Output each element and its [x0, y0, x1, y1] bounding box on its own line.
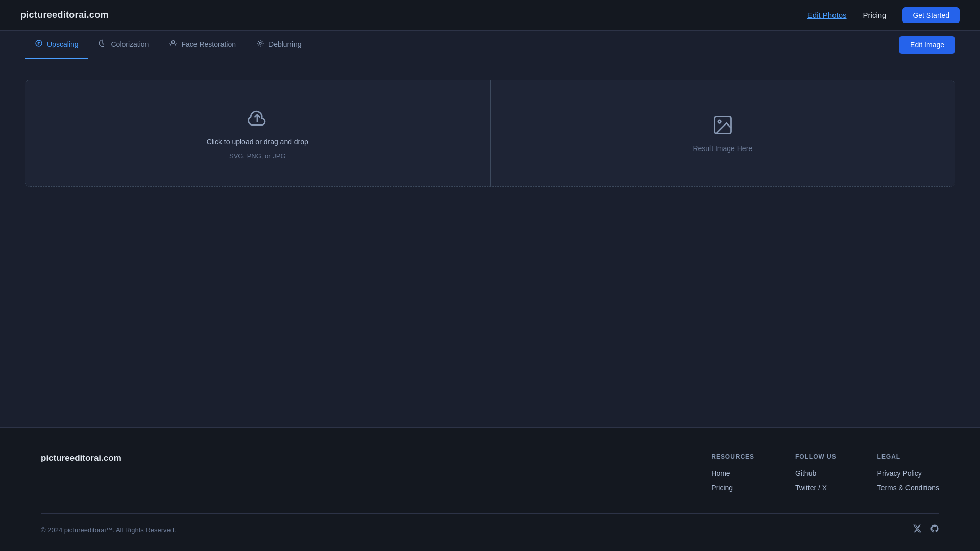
footer-resources-col: RESOURCES Home Pricing [711, 453, 754, 498]
logo: pictureeditorai.com [20, 10, 109, 20]
tab-upscaling-label: Upscaling [47, 40, 78, 48]
upload-drop-zone[interactable]: Click to upload or drag and drop SVG, PN… [25, 80, 491, 186]
footer-link-github[interactable]: Github [795, 469, 837, 478]
edit-image-button[interactable]: Edit Image [899, 36, 955, 54]
svg-point-2 [259, 42, 261, 44]
footer-logo: pictureeditorai.com [41, 453, 121, 498]
tab-colorization-label: Colorization [111, 40, 149, 48]
tab-face-restoration-label: Face Restoration [181, 40, 236, 48]
get-started-button[interactable]: Get Started [902, 7, 960, 23]
tab-upscaling[interactable]: Upscaling [24, 31, 88, 59]
footer-bottom: © 2024 pictureeditorai™. All Rights Rese… [41, 514, 939, 536]
svg-point-4 [718, 120, 721, 123]
nav-pricing[interactable]: Pricing [863, 11, 887, 19]
header: pictureeditorai.com Edit Photos Pricing … [0, 0, 980, 31]
upload-click-text: Click to upload or drag and drop [207, 138, 308, 146]
footer-resources-heading: RESOURCES [711, 453, 754, 460]
main-content: Click to upload or drag and drop SVG, PN… [0, 59, 980, 427]
tab-deblurring[interactable]: Deblurring [246, 31, 312, 59]
face-restoration-icon [169, 39, 177, 49]
footer-legal-heading: LEGAL [877, 453, 939, 460]
footer-columns: RESOURCES Home Pricing FOLLOW US Github … [711, 453, 939, 498]
tabs-bar: Upscaling Colorization Face Restorati [0, 31, 980, 59]
result-image-icon [712, 114, 734, 138]
github-icon[interactable] [930, 524, 939, 536]
tab-deblurring-label: Deblurring [268, 40, 302, 48]
cloud-upload-icon [246, 107, 268, 132]
footer-social-links [913, 524, 939, 536]
footer-link-terms[interactable]: Terms & Conditions [877, 484, 939, 492]
tab-face-restoration[interactable]: Face Restoration [159, 31, 246, 59]
footer-top: pictureeditorai.com RESOURCES Home Prici… [41, 453, 939, 514]
twitter-icon[interactable] [913, 524, 922, 536]
footer-copyright: © 2024 pictureeditorai™. All Rights Rese… [41, 526, 176, 534]
footer-follow-col: FOLLOW US Github Twitter / X [795, 453, 837, 498]
deblurring-icon [256, 39, 264, 49]
upload-format-text: SVG, PNG, or JPG [229, 152, 286, 160]
result-label: Result Image Here [693, 144, 752, 153]
tab-colorization[interactable]: Colorization [88, 31, 159, 59]
footer-link-twitter[interactable]: Twitter / X [795, 484, 837, 492]
upscale-icon [35, 39, 43, 49]
nav-edit-photos[interactable]: Edit Photos [807, 11, 847, 19]
footer-link-home[interactable]: Home [711, 469, 754, 478]
result-area: Result Image Here [491, 80, 955, 186]
nav: Edit Photos Pricing Get Started [807, 7, 960, 23]
footer-link-privacy[interactable]: Privacy Policy [877, 469, 939, 478]
footer-link-pricing[interactable]: Pricing [711, 484, 754, 492]
footer-legal-col: LEGAL Privacy Policy Terms & Conditions [877, 453, 939, 498]
tabs-container: Upscaling Colorization Face Restorati [24, 31, 312, 59]
colorization-icon [99, 39, 107, 49]
upload-area: Click to upload or drag and drop SVG, PN… [24, 80, 955, 187]
footer-follow-heading: FOLLOW US [795, 453, 837, 460]
svg-point-1 [172, 40, 175, 43]
footer: pictureeditorai.com RESOURCES Home Prici… [0, 427, 980, 551]
